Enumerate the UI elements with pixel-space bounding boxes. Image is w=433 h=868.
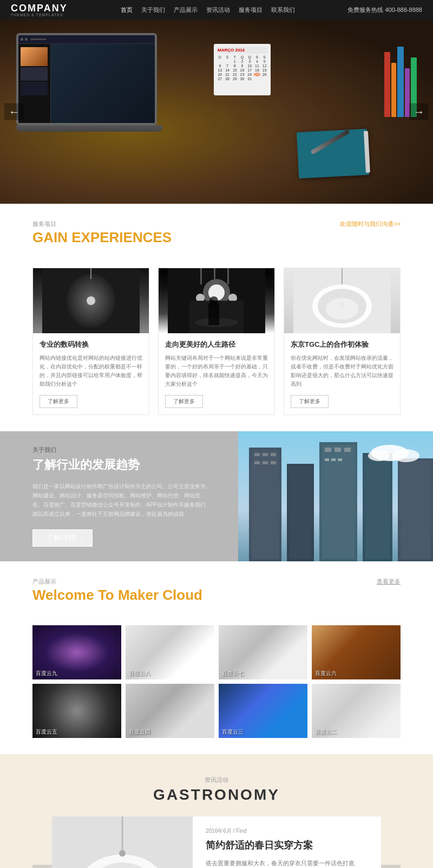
nav-services[interactable]: 服务项目: [239, 6, 263, 14]
news-card-text: 搭去置重要拥服和大衣，春天的穿衣只需要一件话色打底Tee，以及一件清凉的字母印花…: [206, 858, 368, 868]
product-item-3[interactable]: 百度云七: [219, 625, 307, 679]
tagline: THEMES & TEMPLATES: [11, 13, 68, 17]
about-text: 我们是一家以网站设计制作和广告设计制作为主的公司。公司主营业务为网站建设、网站设…: [32, 482, 206, 519]
product-item-1[interactable]: 百度云九: [32, 625, 121, 679]
nav-about[interactable]: 关于我们: [141, 6, 165, 14]
service-card-3-text: 你在优化网站时，会发现网站收录的流量，或者不收费，但是不收费对于网站优化方面影响…: [291, 354, 393, 388]
svg-rect-29: [263, 461, 268, 464]
about-section: 关于我们 了解行业的发展趋势 我们是一家以网站设计制作和广告设计制作为主的公司。…: [0, 431, 433, 561]
product-label-6: 百度云四: [129, 728, 150, 736]
svg-point-21: [326, 298, 358, 320]
product-item-7[interactable]: 百度云三: [219, 684, 307, 738]
service-card-3-title: 东京TGC上的合作初体验: [291, 340, 393, 349]
news-content: ← 2016年6月 / Find 简约舒适的春日实穿方案 搭去置重要拥服和大衣，…: [32, 817, 401, 868]
service-card-1-title: 专业的数码转换: [40, 340, 142, 349]
news-next-button[interactable]: →: [381, 865, 401, 868]
products-link[interactable]: 查看更多: [377, 578, 401, 586]
svg-rect-30: [271, 461, 276, 464]
hero-image: MARÇO 2016 DSTQQSS 12345 6789101112 1314…: [0, 20, 433, 204]
svg-rect-44: [338, 458, 342, 461]
product-label-4: 百度云六: [315, 670, 337, 677]
hero-banner: MARÇO 2016 DSTQQSS 12345 6789101112 1314…: [0, 20, 433, 204]
svg-rect-25: [254, 453, 260, 456]
service-card-1-text: 网站内链接优化是对网站的站内链接进行优化，在内容优化中，分配的权重都是不一样的，…: [40, 354, 142, 388]
news-card-date: 2016年6月 / Find: [206, 827, 368, 835]
company-name: COMPANY: [11, 3, 68, 13]
service-card-1: 专业的数码转换 网站内链接优化是对网站的站内链接进行优化，在内容优化中，分配的权…: [32, 268, 149, 415]
products-label: 产品展示: [32, 578, 202, 586]
news-card-image: [52, 817, 193, 868]
nav-products[interactable]: 产品展示: [174, 6, 198, 14]
logo: COMPANY THEMES & TEMPLATES: [11, 3, 68, 17]
news-card-title: 简约舒适的春日实穿方案: [206, 839, 368, 852]
service-card-2-btn[interactable]: 了解更多: [165, 395, 203, 408]
services-grid: 专业的数码转换 网站内链接优化是对网站的站内链接进行优化，在内容优化中，分配的权…: [32, 268, 401, 415]
service-card-3-image: [284, 268, 400, 333]
svg-point-47: [368, 450, 390, 461]
about-btn-arrow: ›: [81, 534, 83, 542]
svg-rect-27: [271, 453, 276, 456]
product-item-8[interactable]: 百度云二: [312, 684, 401, 738]
nav-news[interactable]: 资讯活动: [206, 6, 230, 14]
svg-rect-14: [208, 303, 219, 325]
svg-rect-37: [344, 448, 351, 452]
news-title: GASTRONOMY: [32, 786, 401, 804]
products-section: 产品展示 Welcome To Maker Cloud 查看更多 百度云九 百度…: [0, 561, 433, 754]
service-card-3: 东京TGC上的合作初体验 你在优化网站时，会发现网站收录的流量，或者不收费，但是…: [284, 268, 401, 415]
products-grid: 百度云九 百度云八 百度云七 百度云六 百度云五 百度云四 百度: [32, 625, 401, 738]
product-item-2[interactable]: 百度云八: [126, 625, 214, 679]
product-label-1: 百度云九: [36, 670, 57, 677]
svg-rect-9: [200, 268, 202, 284]
svg-rect-35: [325, 448, 331, 452]
product-item-4[interactable]: 百度云六: [312, 625, 401, 679]
svg-rect-43: [331, 458, 336, 461]
hero-prev-button[interactable]: ←: [4, 103, 24, 120]
nav-contact[interactable]: 联系我们: [271, 6, 295, 14]
service-card-1-btn[interactable]: 了解更多: [40, 395, 77, 408]
about-btn[interactable]: 了解详情 ›: [32, 529, 93, 547]
svg-rect-11: [227, 268, 229, 284]
product-label-8: 百度云二: [315, 728, 337, 736]
svg-rect-32: [290, 467, 311, 559]
nav-home[interactable]: 首页: [121, 6, 133, 14]
news-prev-button[interactable]: ←: [32, 865, 52, 868]
news-card: 2016年6月 / Find 简约舒适的春日实穿方案 搭去置重要拥服和大衣，春天…: [52, 817, 381, 868]
about-title: 了解行业的发展趋势: [32, 457, 206, 473]
about-label: 关于我们: [32, 446, 206, 454]
about-left: 关于我们 了解行业的发展趋势 我们是一家以网站设计制作和广告设计制作为主的公司。…: [0, 431, 238, 561]
header: COMPANY THEMES & TEMPLATES 首页 关于我们 产品展示 …: [0, 0, 433, 20]
svg-rect-24: [252, 450, 279, 559]
about-btn-label: 了解详情: [46, 533, 76, 543]
services-title: GAIN EXPERIENCES: [32, 229, 172, 246]
svg-rect-28: [254, 461, 260, 464]
service-card-2-title: 走向更美好的人生路径: [165, 340, 268, 349]
svg-rect-41: [401, 461, 430, 559]
news-label: 资讯活动: [32, 776, 401, 784]
services-link[interactable]: 欢迎随时与我们沟通>>: [340, 220, 401, 228]
services-label: 服务项目: [32, 220, 172, 228]
svg-rect-39: [365, 456, 390, 559]
service-card-1-image: [33, 268, 149, 333]
svg-rect-26: [263, 453, 268, 456]
product-label-3: 百度云七: [222, 670, 244, 677]
product-item-6[interactable]: 百度云四: [126, 684, 214, 738]
product-label-5: 百度云五: [36, 728, 57, 736]
svg-point-53: [119, 850, 126, 857]
svg-point-46: [392, 449, 419, 462]
service-card-2-image: [159, 268, 274, 333]
product-item-5[interactable]: 百度云五: [32, 684, 121, 738]
svg-rect-10: [214, 268, 215, 279]
news-card-body: 2016年6月 / Find 简约舒适的春日实穿方案 搭去置重要拥服和大衣，春天…: [193, 817, 381, 868]
svg-rect-42: [325, 458, 329, 461]
hero-next-button[interactable]: →: [409, 103, 429, 120]
phone-number: 免费服务热线 400-888-8888: [347, 6, 422, 14]
svg-rect-34: [322, 445, 355, 559]
product-label-7: 百度云三: [222, 728, 244, 736]
service-card-2-text: 网站关键词布局对于一个网站来说是非常重要的，一个好的布局等于一个好的基础，只要内…: [165, 354, 268, 388]
product-label-2: 百度云八: [129, 670, 150, 677]
products-title: Welcome To Maker Cloud: [32, 587, 202, 604]
service-card-2: 走向更美好的人生路径 网站关键词布局对于一个网站来说是非常重要的，一个好的布局等…: [158, 268, 275, 415]
service-card-3-btn[interactable]: 了解更多: [291, 395, 329, 408]
services-section: 服务项目 GAIN EXPERIENCES 欢迎随时与我们沟通>>: [0, 204, 433, 431]
main-nav: 首页 关于我们 产品展示 资讯活动 服务项目 联系我们: [121, 6, 295, 14]
